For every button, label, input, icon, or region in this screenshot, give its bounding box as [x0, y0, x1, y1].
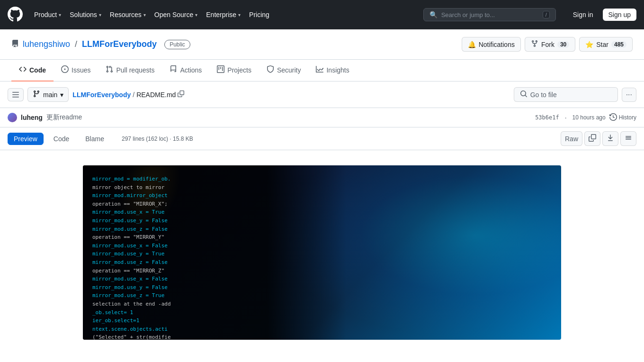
repo-visibility-badge: Public: [164, 40, 190, 49]
code-line: mirror_mod.use_x = False: [92, 275, 337, 283]
repo-owner[interactable]: luhengshiwo: [23, 39, 70, 49]
enterprise-chevron-icon: ▾: [238, 12, 241, 18]
tab-pull-requests[interactable]: Pull requests: [98, 60, 162, 81]
code-line: mirror_mod.use_x = True: [92, 208, 337, 217]
copy-path-button[interactable]: [178, 90, 184, 99]
download-icon: [607, 134, 614, 143]
star-icon: ⭐: [585, 41, 593, 48]
code-line: operation == "MIRROR_Z": [92, 267, 337, 275]
fork-icon: [531, 40, 538, 49]
repo-name[interactable]: LLMForEverybody: [82, 39, 157, 49]
code-line: mirror_mod.mirror_object: [92, 191, 337, 200]
repo-type-icon: [11, 40, 19, 49]
breadcrumb-current: README.md: [136, 91, 176, 99]
more-options-button[interactable]: ···: [622, 88, 636, 102]
history-icon: [609, 113, 617, 122]
commit-author[interactable]: luheng: [21, 114, 43, 121]
code-line: _ob.select= 1: [92, 308, 337, 317]
code-line: mirror_mod.use_z = True: [92, 291, 337, 300]
projects-icon: [217, 65, 224, 75]
sidebar-toggle-button[interactable]: [8, 88, 24, 101]
blame-tab-button[interactable]: Blame: [79, 133, 110, 145]
code-line: ntext.scene.objects.acti: [92, 325, 337, 334]
nav-product[interactable]: Product ▾: [30, 8, 65, 21]
code-line: mirror_mod.use_y = False: [92, 283, 337, 292]
repo-header: luhengshiwo / LLMForEverybody Public 🔔 N…: [0, 29, 644, 60]
code-line: mirror_mod.use_z = False: [92, 258, 337, 267]
search-shortcut: /: [543, 11, 550, 18]
fork-button[interactable]: Fork 30: [525, 37, 575, 52]
nav-solutions[interactable]: Solutions ▾: [66, 8, 105, 21]
readme-hero-image: mirror_mod = modifier_ob.mirror object t…: [83, 165, 561, 340]
star-count: 485: [611, 41, 626, 48]
branch-selector[interactable]: main ▾: [27, 87, 69, 102]
bell-icon: 🔔: [468, 41, 476, 48]
code-line: mirror_mod.use_x = False: [92, 242, 337, 250]
signup-button[interactable]: Sign up: [603, 9, 636, 21]
list-view-icon: [625, 134, 632, 143]
commit-info-row: luheng 更新readme 53b6e1f · 10 hours ago H…: [0, 108, 644, 127]
issues-icon: [61, 65, 69, 75]
security-icon: [267, 65, 274, 75]
file-action-buttons: Raw: [561, 131, 636, 146]
code-line: mirror_mod.use_z = False: [92, 225, 337, 234]
search-bar[interactable]: 🔍 Search or jump to... /: [423, 8, 556, 21]
download-button[interactable]: [602, 131, 618, 146]
nav-resources[interactable]: Resources ▾: [106, 8, 150, 21]
breadcrumb-root[interactable]: LLMForEverybody: [72, 91, 131, 99]
code-line: mirror_mod.use_y = False: [92, 217, 337, 225]
code-line: operation == "MIRROR_X";: [92, 200, 337, 208]
search-file-icon: [520, 90, 528, 99]
raw-button[interactable]: Raw: [561, 131, 582, 146]
star-button[interactable]: ⭐ Star 485: [579, 37, 633, 52]
code-line: mirror_mod = modifier_ob.: [92, 175, 337, 183]
code-line: mirror_mod.use_y = True: [92, 250, 337, 258]
code-line: mirror object to mirror: [92, 183, 337, 192]
product-chevron-icon: ▾: [59, 12, 61, 18]
tab-insights[interactable]: Insights: [308, 60, 357, 81]
commit-sha[interactable]: 53b6e1f: [535, 114, 559, 121]
copy-content-button[interactable]: [584, 131, 600, 146]
code-icon: [19, 65, 27, 75]
tab-issues[interactable]: Issues: [54, 60, 98, 81]
github-logo[interactable]: [8, 7, 23, 23]
header-actions: Sign in Sign up: [567, 9, 636, 21]
solutions-chevron-icon: ▾: [99, 12, 101, 18]
code-line: selection at the end -add: [92, 300, 337, 308]
notifications-button[interactable]: 🔔 Notifications: [462, 37, 521, 52]
repo-title-area: luhengshiwo / LLMForEverybody Public: [11, 39, 462, 49]
search-icon: 🔍: [429, 11, 438, 18]
file-view-actions: Preview Code Blame 297 lines (162 loc) ·…: [0, 127, 644, 150]
file-metadata: 297 lines (162 loc) · 15.8 KB: [122, 136, 193, 142]
more-options-icon: ···: [626, 90, 632, 99]
code-tab-button[interactable]: Code: [47, 133, 75, 145]
nav-open-source[interactable]: Open Source ▾: [151, 8, 202, 21]
tab-actions[interactable]: Actions: [162, 60, 209, 81]
tab-code[interactable]: Code: [11, 60, 54, 81]
code-overlay: mirror_mod = modifier_ob.mirror object t…: [83, 165, 346, 340]
preview-tab-button[interactable]: Preview: [8, 133, 44, 145]
pr-icon: [106, 65, 113, 75]
nav-pricing[interactable]: Pricing: [245, 8, 273, 21]
tab-security[interactable]: Security: [259, 60, 309, 81]
signin-button[interactable]: Sign in: [567, 9, 599, 21]
tab-projects[interactable]: Projects: [209, 60, 259, 81]
list-view-button[interactable]: [620, 131, 636, 146]
commit-separator: ·: [565, 114, 567, 121]
nav-enterprise[interactable]: Enterprise ▾: [202, 8, 244, 21]
goto-file-button[interactable]: Go to file: [514, 87, 618, 102]
repo-actions: 🔔 Notifications Fork 30 ⭐ Star 485: [462, 37, 633, 52]
actions-icon: [170, 65, 177, 75]
fork-count: 30: [557, 41, 569, 48]
git-branch-icon: [33, 90, 40, 99]
main-header: Product ▾ Solutions ▾ Resources ▾ Open S…: [0, 0, 644, 29]
history-button[interactable]: History: [609, 113, 636, 122]
resources-chevron-icon: ▾: [143, 12, 146, 18]
code-line: ("Selected" + str(modifie: [92, 333, 337, 340]
copy-content-icon: [589, 134, 596, 143]
breadcrumb: LLMForEverybody / README.md: [72, 90, 510, 99]
commit-time: 10 hours ago: [572, 114, 606, 121]
branch-name: main: [43, 91, 57, 99]
insights-icon: [316, 65, 323, 75]
goto-file-label: Go to file: [530, 91, 557, 99]
